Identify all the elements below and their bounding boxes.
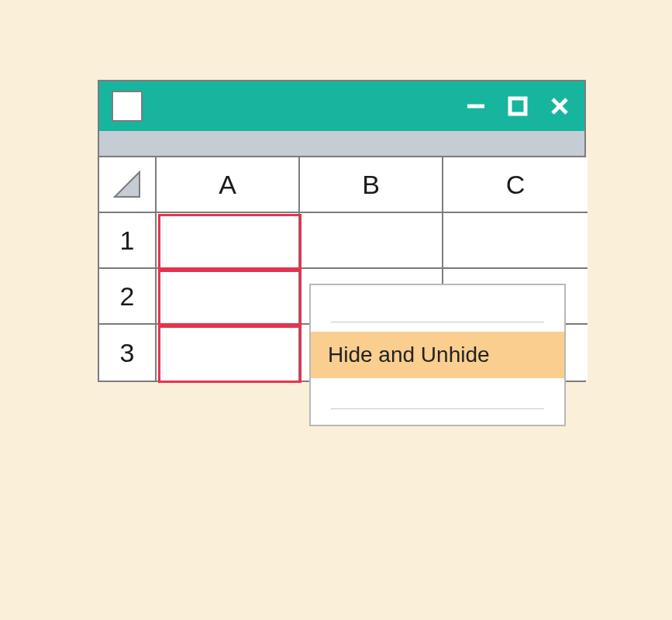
title-bar [99, 81, 584, 131]
svg-rect-1 [510, 98, 526, 114]
context-menu-item-hide-unhide[interactable]: Hide and Unhide [311, 332, 564, 378]
maximize-icon[interactable] [507, 95, 529, 117]
column-header-c[interactable]: C [443, 157, 588, 213]
app-icon [112, 91, 143, 122]
row-header-2[interactable]: 2 [99, 269, 157, 325]
cell-b1[interactable] [300, 213, 443, 269]
context-menu: Hide and Unhide [309, 284, 566, 426]
row-header-3[interactable]: 3 [99, 325, 157, 381]
cell-c1[interactable] [443, 213, 588, 269]
close-icon[interactable] [549, 95, 570, 117]
context-menu-item-placeholder[interactable] [311, 285, 564, 332]
svg-marker-4 [115, 172, 140, 197]
select-all-corner[interactable] [99, 157, 157, 213]
cell-a2[interactable] [157, 269, 300, 325]
column-header-a[interactable]: A [157, 157, 300, 213]
window-controls [465, 81, 570, 131]
row-header-1[interactable]: 1 [99, 213, 157, 269]
cell-a3[interactable] [157, 325, 300, 381]
cell-a1[interactable] [157, 213, 300, 269]
ribbon-bar [99, 131, 584, 157]
minimize-icon[interactable] [465, 95, 487, 117]
column-header-b[interactable]: B [300, 157, 443, 213]
context-menu-item-placeholder[interactable] [311, 378, 564, 425]
